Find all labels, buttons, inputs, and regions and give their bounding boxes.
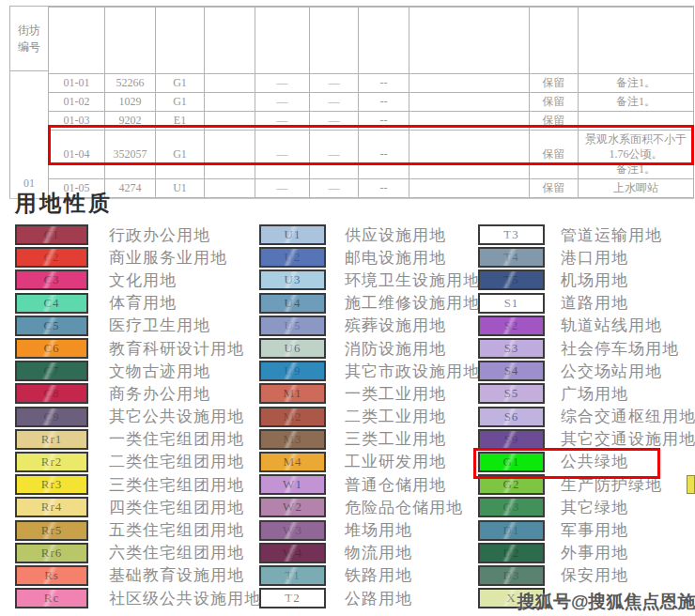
land-use-color-swatch: T4 (478, 247, 545, 268)
land-use-label: 综合交通枢纽用地 (561, 406, 695, 427)
land-use-color-swatch: G1 (478, 452, 545, 472)
cell-area: 52266 (105, 74, 156, 93)
land-use-color-swatch: M2 (259, 407, 326, 427)
land-use-color-swatch: U1 (259, 224, 326, 245)
land-use-code: G2 (503, 477, 520, 492)
cell-use-code: E1 (156, 112, 205, 131)
land-use-color-swatch: C9 (15, 407, 88, 427)
land-use-code: W1 (283, 477, 302, 492)
legend-item: U6 消防设施用地 (259, 337, 477, 360)
cell-use-code: G1 (156, 131, 205, 179)
legend-item: U1 供应设施用地 (259, 223, 477, 246)
land-use-label: 社区级公共设施用地 (109, 588, 261, 609)
legend-item: C4 体育用地 (15, 292, 261, 315)
legend-item: Rr2 二类住宅组团用地 (15, 451, 261, 473)
land-use-label: 消防设施用地 (345, 338, 446, 360)
legend-item: S4 公交场站用地 (478, 360, 695, 382)
legend-column-1: C1 行政办公用地 C2 商业服务业用地 C3 文化用地 C4 体育用地 C5 … (15, 223, 261, 609)
land-use-code: U3 (285, 272, 301, 287)
cell-plot-id: 01-04 (49, 131, 105, 179)
legend-item: Rr6 六类住宅组团用地 (15, 542, 261, 564)
land-use-code: S4 (504, 363, 519, 378)
land-use-code: U6 (285, 341, 301, 356)
land-use-color-swatch: C2 (15, 247, 88, 268)
legend-item: Rr3 三类住宅组团用地 (15, 473, 261, 496)
planning-document: 街坊 编号 01 01-01 52266 G1 — (0, 0, 695, 616)
legend-item: C6 教育科研设计用地 (15, 337, 261, 360)
column-header (359, 8, 409, 74)
cell-remark: 上水唧站 (579, 178, 694, 197)
land-use-code: Rc (44, 591, 59, 606)
cell-area: 352057 (105, 131, 156, 179)
land-use-color-swatch: G3 (478, 497, 545, 517)
legend-item: S1 道路用地 (478, 292, 695, 315)
land-use-color-swatch: U6 (259, 338, 326, 359)
legend-column-3: T3 管道运输用地 T4 港口用地 T5 机场用地 S1 道路用地 S2 轨道站… (478, 223, 695, 609)
cell-plan-status: 保留 (530, 93, 579, 112)
land-use-code: D1 (503, 523, 520, 538)
land-use-color-swatch: T1 (259, 565, 326, 586)
land-use-label: 二类住宅组团用地 (109, 451, 244, 472)
legend-item: W1 普通仓储用地 (259, 473, 477, 496)
legend-item: W3 堆场用地 (259, 518, 477, 541)
land-use-color-swatch: Rc (15, 588, 88, 608)
land-use-label: 外事用地 (561, 542, 628, 563)
cell-plan-status: 保留 (530, 112, 579, 131)
cell-remark (579, 112, 694, 131)
legend-item: S9 其它交通设施用地 (478, 428, 695, 451)
column-header (409, 8, 530, 74)
cell-far: — (255, 112, 310, 131)
cell-height: — (310, 93, 359, 112)
land-use-color-swatch: U9 (259, 361, 326, 381)
column-header (255, 8, 310, 74)
legend-item: M1 一类工业用地 (259, 382, 477, 405)
land-use-code: X (506, 591, 516, 606)
land-use-color-swatch: U2 (259, 247, 326, 268)
land-use-code: T3 (503, 227, 518, 242)
block-number-column: 街坊 编号 01 (9, 7, 48, 198)
column-header (49, 8, 105, 74)
column-header-block: 街坊 编号 (10, 7, 48, 71)
legend-item: U4 施工维修设施用地 (259, 292, 477, 315)
land-use-label: 文物古迹用地 (109, 361, 210, 382)
table-row: 01-05 4274 U1 — — -- 保留 上水唧站 (49, 178, 694, 197)
land-use-color-swatch: T5 (478, 270, 545, 290)
land-use-label: 其它公共设施用地 (109, 406, 244, 427)
land-use-label: 公路用地 (345, 588, 412, 609)
cell-units: -- (359, 112, 409, 131)
land-use-label: 教育科研设计用地 (109, 338, 244, 360)
cell-area: 9202 (105, 112, 156, 131)
legend-item: W2 危险品仓储用地 (259, 496, 477, 518)
land-use-code: G3 (503, 500, 520, 515)
cell-height: — (310, 131, 359, 179)
land-use-label: 道路用地 (561, 292, 628, 314)
legend-item: M2 二类工业用地 (259, 406, 477, 428)
land-use-label: 生产防护绿地 (561, 474, 662, 496)
legend-item: S6 综合交通枢纽用地 (478, 406, 695, 428)
column-header (156, 8, 205, 74)
cell-plan-status: 保留 (530, 131, 579, 179)
cell-facilities (409, 178, 530, 197)
legend-item: M4 工业研发用地 (259, 451, 477, 473)
cell-area: 1029 (105, 93, 156, 112)
land-use-code: W2 (283, 500, 302, 515)
legend-item: U5 殡葬设施用地 (259, 315, 477, 337)
legend-item: M3 三类工业用地 (259, 428, 477, 451)
legend-item: C5 医疗卫生用地 (15, 315, 261, 337)
table-row: 01-04 352057 G1 — — -- 保留 景观水系面积不小于1.76公… (49, 131, 694, 179)
land-use-color-swatch: S9 (478, 429, 545, 450)
legend-item: U2 邮电设施用地 (259, 246, 477, 269)
land-use-label: 轨道站线用地 (561, 315, 662, 336)
land-use-color-swatch: W1 (259, 474, 326, 495)
cell-facilities (409, 93, 530, 112)
land-use-color-swatch: S1 (478, 293, 545, 314)
watermark-text: 搜狐号@搜狐焦点恩施站 (517, 590, 695, 614)
land-use-label: 其它交通设施用地 (561, 428, 695, 450)
land-use-color-swatch: C8 (15, 383, 88, 404)
land-use-color-swatch: M4 (259, 452, 326, 472)
land-use-code: U5 (285, 318, 301, 333)
land-use-code: W4 (283, 546, 302, 561)
land-use-color-swatch: C6 (15, 338, 88, 359)
legend-item: S5 广场用地 (478, 382, 695, 405)
land-use-label: 军事用地 (561, 519, 628, 541)
